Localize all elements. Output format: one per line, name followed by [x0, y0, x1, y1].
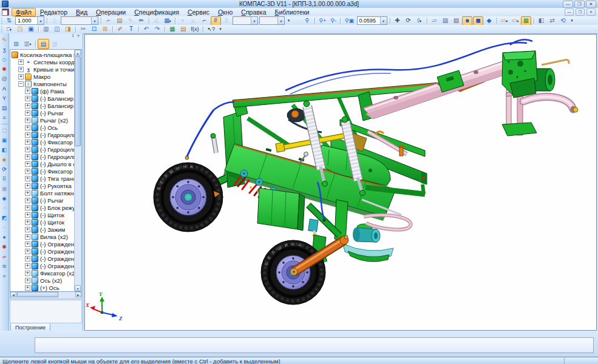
tree-expander[interactable]: +: [18, 67, 24, 72]
toolbar-view-overflow-2[interactable]: ▾: [569, 16, 575, 25]
hide-objects-button[interactable]: ▭▾: [499, 16, 509, 25]
menu-Спецификация[interactable]: Спецификация: [130, 8, 183, 16]
toolbar-view-overflow[interactable]: ▾: [286, 16, 292, 25]
mdi-minimize-button[interactable]: —: [565, 8, 574, 16]
pan-button[interactable]: ✚: [392, 16, 403, 25]
tree-expander[interactable]: +: [25, 154, 30, 160]
rebuild-button[interactable]: ⇄: [547, 16, 557, 25]
hscroll-thumb[interactable]: [17, 292, 58, 297]
mates-icon[interactable]: @: [1, 74, 8, 84]
3d-viewport[interactable]: Б Е Л Ш И Н А: [84, 34, 597, 331]
tree-item[interactable]: +(-) Фиксатор: [10, 167, 75, 175]
rotate-view-button[interactable]: ⟳: [403, 16, 413, 25]
scroll-right-arrow[interactable]: ▶: [75, 292, 81, 297]
component-icon[interactable]: ▢: [1, 126, 8, 135]
tree-expander[interactable]: +: [25, 140, 30, 145]
reports-icon[interactable]: ≡: [1, 113, 8, 123]
tree-expander[interactable]: +: [25, 256, 30, 261]
tree-expander[interactable]: +: [25, 110, 30, 116]
variables-window-button[interactable]: ▦: [168, 25, 178, 34]
scroll-thumb[interactable]: [75, 56, 81, 146]
menu-Справка[interactable]: Справка: [237, 8, 270, 16]
hide-components-button[interactable]: ▭▾: [510, 16, 520, 25]
context-help-button[interactable]: ↖?: [206, 25, 217, 34]
tree-item[interactable]: +(-) Ось: [10, 124, 75, 131]
variables-button[interactable]: f(x): [189, 25, 201, 34]
paste-button[interactable]: ⊞: [100, 25, 110, 34]
solid-cube-icon[interactable]: ◆: [1, 194, 8, 203]
tree-item[interactable]: +Рычаг (x2): [10, 116, 75, 124]
small-gray-icon[interactable]: ▫: [1, 223, 8, 232]
tree-expander[interactable]: +: [25, 285, 30, 291]
tree-expander[interactable]: +: [25, 169, 30, 174]
tree-expander[interactable]: +: [25, 103, 30, 109]
tree-expander[interactable]: +: [25, 89, 30, 94]
menu-Библиотеки[interactable]: Библиотеки: [271, 8, 314, 16]
tree-expander[interactable]: +: [25, 249, 30, 254]
zoom-frame-button[interactable]: ⚲: [302, 16, 313, 25]
scroll-down-arrow[interactable]: ▼: [75, 285, 81, 291]
tree-horizontal-scrollbar[interactable]: ◀ ▶: [10, 292, 82, 299]
tree-expander[interactable]: +: [25, 190, 30, 196]
auxiliary-geometry-icon[interactable]: ✱: [1, 64, 8, 74]
tree-expander[interactable]: +: [25, 212, 30, 218]
tree-item[interactable]: +(ф) Рама: [10, 87, 75, 95]
new-document-button[interactable]: □▾: [4, 25, 15, 34]
sheet-layout-button[interactable]: ⌐: [104, 16, 114, 25]
tree-expander[interactable]: +: [25, 118, 30, 123]
toolbar-std-overflow[interactable]: ▾: [217, 25, 223, 34]
tree-expander[interactable]: +: [25, 96, 30, 101]
tree-item[interactable]: −⠿Компоненты: [10, 80, 75, 87]
surfaces-icon[interactable]: ◇: [1, 55, 8, 64]
tree-item[interactable]: +(-) Блок режущий: [10, 204, 75, 211]
format-button[interactable]: Т: [126, 25, 137, 34]
filters-icon[interactable]: Y: [1, 93, 8, 103]
layers-stack-icon[interactable]: ≋: [1, 261, 8, 271]
grid-button[interactable]: ▦▾: [163, 16, 173, 25]
sphere-icon[interactable]: ●: [1, 232, 8, 242]
wireframe-button[interactable]: ▱: [429, 16, 440, 25]
tree-expander[interactable]: +: [25, 241, 30, 247]
tree-expander[interactable]: +: [25, 125, 30, 130]
tree-item[interactable]: +(-) Тяга транспортная: [10, 175, 75, 182]
tree-structure-button[interactable]: ⊞: [10, 39, 22, 49]
document-manager-button[interactable]: ▤: [115, 16, 125, 25]
tree-item[interactable]: +(-) Рычаг: [10, 197, 75, 204]
tree-item[interactable]: +ʒКривые и точки: [10, 66, 75, 73]
cube-add-icon[interactable]: ◩: [1, 213, 8, 223]
section-display-button[interactable]: ◧: [536, 16, 546, 25]
tree-expander[interactable]: +: [25, 234, 30, 240]
tree-item[interactable]: +Вилка (x2): [10, 233, 75, 240]
edit-assembly-icon[interactable]: ✎: [1, 35, 8, 45]
specification-icon[interactable]: ▤: [1, 103, 8, 113]
tree-item[interactable]: ++Системы координат: [10, 58, 75, 66]
zoom-out-button[interactable]: ⚲-: [328, 16, 338, 25]
tree-item[interactable]: +(-) Гидроцилиндр 3: [10, 146, 75, 153]
tree-expander[interactable]: +: [25, 227, 30, 232]
scroll-left-arrow[interactable]: ◀: [10, 292, 16, 297]
more-chevron[interactable]: »: [1, 271, 8, 281]
tree-expander[interactable]: +: [18, 74, 24, 79]
add-from-file-icon[interactable]: ◧: [1, 145, 8, 155]
hidden-lines-thin-button[interactable]: ▧: [451, 16, 461, 25]
tree-item[interactable]: +(-) Ограждение боковое: [10, 248, 75, 255]
copy-properties-button[interactable]: ✐: [115, 25, 126, 34]
print-button[interactable]: ▥: [41, 25, 52, 34]
copy-button[interactable]: ⊡: [89, 25, 100, 34]
zoom-in-button[interactable]: ⚲+: [318, 16, 328, 25]
tree-item[interactable]: +Ось (x2): [10, 277, 75, 284]
tree-item[interactable]: +(-) Рычаг: [10, 109, 75, 116]
spatial-curves-icon[interactable]: ʒ: [1, 45, 8, 55]
tree-item[interactable]: +(-) Дышло в сборе: [10, 160, 75, 167]
tree-item[interactable]: +(-) Зажим: [10, 226, 75, 233]
tree-item[interactable]: +(-) Гидроцилиндр 3: [10, 131, 75, 138]
pattern-icon[interactable]: ⠿: [1, 174, 8, 184]
tree-item[interactable]: +Фиксатор (x2): [10, 269, 75, 277]
perspective-button[interactable]: ◆: [484, 16, 494, 25]
cut-button[interactable]: ✂: [78, 25, 89, 34]
zoom-all-button[interactable]: ⚲▣: [343, 16, 356, 25]
hidden-lines-button[interactable]: ▨: [440, 16, 450, 25]
tree-item[interactable]: +(-) Ограждение боковое: [10, 240, 75, 248]
move-component-icon[interactable]: ◈: [1, 155, 8, 164]
tree-item[interactable]: +(-) Балансир с колесом: [10, 95, 75, 102]
